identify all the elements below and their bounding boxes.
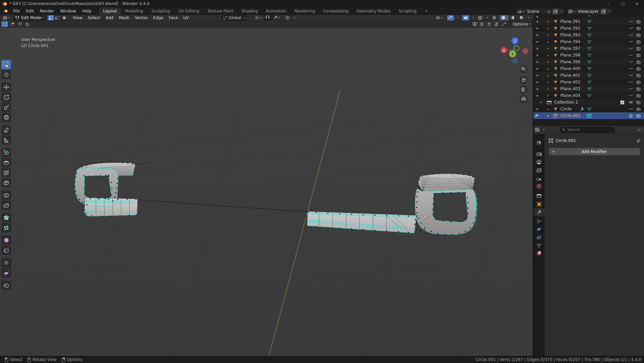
camera-visibility-icon[interactable] — [636, 107, 641, 111]
camera-visibility-icon[interactable] — [636, 80, 641, 84]
menu-face[interactable]: Face — [166, 15, 180, 20]
pin-id-icon[interactable] — [636, 139, 641, 143]
camera-visibility-icon[interactable] — [636, 47, 641, 50]
tab-object[interactable] — [533, 200, 545, 208]
camera-visibility-icon[interactable] — [636, 74, 641, 77]
vertex-select-mode-button[interactable] — [48, 15, 54, 21]
shading-solid-button[interactable] — [500, 15, 509, 21]
gizmo-axis-neg-x[interactable] — [522, 48, 528, 54]
tab-object-data[interactable] — [533, 241, 545, 249]
view-layer-selector[interactable]: ▾ ViewLayer ✕ — [567, 8, 610, 15]
properties-editor-type-button[interactable] — [535, 128, 540, 132]
tab-sculpting[interactable]: Sculpting — [147, 7, 174, 15]
menu-vertex[interactable]: Vertex — [132, 15, 151, 20]
overlays-toggle[interactable] — [462, 15, 469, 21]
mirror-y-button[interactable]: Y — [486, 22, 492, 27]
menu-uv[interactable]: UV — [180, 15, 192, 20]
blender-app-menu-icon[interactable] — [3, 9, 9, 13]
view-layer-name[interactable]: ViewLayer — [576, 9, 600, 14]
outliner-row-collection[interactable]: ▾ Collection 2 — [533, 99, 644, 106]
breadcrumb-object-name[interactable]: Circle.001 — [556, 138, 576, 143]
properties-options-dropdown[interactable]: ▾ — [636, 128, 642, 132]
tool-loop-cut[interactable] — [1, 190, 11, 200]
scene-name[interactable]: Scene — [526, 9, 546, 14]
menu-view[interactable]: View — [70, 15, 85, 20]
properties-search-input[interactable] — [567, 127, 613, 132]
tool-extrude-region[interactable] — [1, 158, 11, 167]
outliner-row-plane[interactable]: ▸Plane.392 — [533, 25, 644, 32]
add-workspace-button[interactable]: + — [420, 7, 432, 15]
scene-selector[interactable]: ▾ Scene ✕ — [516, 8, 565, 15]
menu-mesh[interactable]: Mesh — [116, 15, 132, 20]
tool-cursor[interactable] — [1, 70, 11, 79]
shading-rendered-button[interactable] — [518, 15, 527, 21]
outliner-row-clipped[interactable] — [533, 15, 644, 18]
pin-icon[interactable] — [546, 8, 552, 14]
add-modifier-button[interactable]: + Add Modifier — [549, 148, 640, 155]
hide-icon[interactable] — [629, 74, 633, 77]
tab-modifiers-active[interactable] — [533, 208, 545, 216]
tool-move[interactable] — [1, 82, 11, 92]
outliner-row-plane[interactable]: ▸Plane.393 — [533, 32, 644, 38]
select-intersect-button[interactable] — [24, 21, 30, 27]
new-scene-button[interactable] — [552, 8, 559, 14]
gizmos-dropdown[interactable]: ▾ — [455, 15, 460, 21]
zoom-button[interactable] — [519, 65, 528, 73]
maximize-button[interactable]: □ — [616, 0, 630, 7]
outliner-row-plane[interactable]: ▸Plane.398 — [533, 52, 644, 59]
outliner-panel[interactable]: ▸Plane.391 ▸Plane.392 ▸Plane.393 ▸Plane.… — [533, 15, 644, 125]
menu-add[interactable]: Add — [103, 15, 116, 20]
tool-select-box[interactable] — [1, 60, 11, 69]
hide-icon[interactable] — [629, 60, 633, 64]
tab-scripting[interactable]: Scripting — [395, 7, 420, 15]
mode-dropdown[interactable]: Edit Mode ▾ — [13, 15, 46, 21]
tab-geometry-nodes[interactable]: Geometry Nodes — [353, 7, 395, 15]
camera-visibility-icon[interactable] — [636, 27, 641, 30]
shading-wireframe-button[interactable] — [491, 15, 499, 21]
tool-inset-faces[interactable] — [1, 168, 11, 177]
tab-shading[interactable]: Shading — [237, 7, 262, 15]
xray-dropdown[interactable]: ▾ — [484, 15, 489, 21]
properties-panel[interactable]: ▾ ▾ Circle.001 + Add Modi — [533, 125, 644, 356]
menu-select[interactable]: Select — [85, 15, 103, 20]
outliner-row-plane[interactable]: ▸Plane.391 — [533, 18, 644, 25]
hide-icon[interactable] — [629, 94, 633, 97]
hide-icon[interactable] — [629, 53, 633, 57]
hide-icon[interactable] — [629, 20, 633, 23]
hide-icon[interactable] — [629, 40, 633, 43]
gizmo-axis-neg-z[interactable] — [512, 58, 518, 64]
shading-dropdown[interactable]: ▾ — [528, 16, 529, 19]
tab-uv-editing[interactable]: UV Editing — [174, 7, 203, 15]
editor-type-button[interactable]: ▾ — [1, 15, 11, 21]
eye-open-icon[interactable] — [629, 101, 633, 104]
collection-checkbox[interactable] — [620, 100, 625, 105]
tab-scene[interactable] — [533, 175, 545, 183]
tool-annotate[interactable] — [1, 125, 11, 135]
camera-visibility-icon[interactable] — [636, 101, 641, 104]
overlays-dropdown[interactable]: ▾ — [470, 15, 475, 21]
select-set-button[interactable] — [1, 21, 8, 27]
camera-visibility-icon[interactable] — [636, 40, 641, 44]
camera-visibility-icon[interactable] — [636, 87, 641, 91]
tab-animation[interactable]: Animation — [262, 7, 290, 15]
close-button[interactable]: ✕ — [630, 0, 644, 7]
outliner-row-plane[interactable]: ▸Plane.397 — [533, 45, 644, 52]
tool-rip-region[interactable] — [1, 281, 11, 290]
hide-icon[interactable] — [629, 80, 633, 84]
menu-file[interactable]: File — [10, 7, 23, 15]
tab-tool[interactable] — [533, 139, 545, 147]
tool-shear[interactable] — [1, 268, 11, 278]
outliner-row-circle[interactable]: ▸ Circle — [533, 106, 644, 112]
camera-visibility-icon[interactable] — [636, 94, 641, 98]
tab-particles[interactable] — [533, 217, 545, 225]
tab-layout[interactable]: Layout — [99, 7, 121, 15]
eye-open-icon[interactable] — [629, 114, 633, 118]
tab-texture-paint[interactable]: Texture Paint — [203, 7, 237, 15]
shading-material-button[interactable] — [509, 15, 518, 21]
tool-poly-build[interactable] — [1, 213, 11, 222]
menu-help[interactable]: Help — [79, 7, 94, 15]
outliner-row-plane[interactable]: ▸Plane.402 — [533, 79, 644, 85]
outliner-row-plane[interactable]: ▸Plane.399 — [533, 59, 644, 65]
show-object-types-dropdown[interactable]: ▾ — [434, 15, 444, 21]
tool-add-cube[interactable] — [1, 148, 11, 157]
